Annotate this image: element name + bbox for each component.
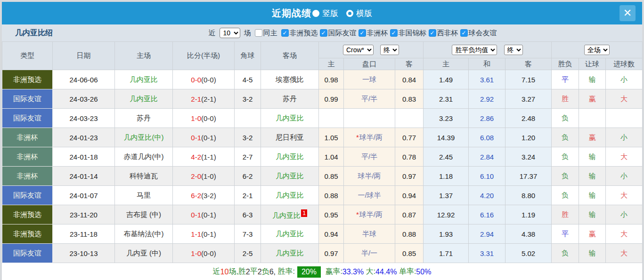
half-time-score: (0-1): [201, 230, 216, 238]
corner-score: 2-7: [235, 147, 261, 167]
goals-result-cell: 小: [606, 70, 643, 89]
horizontal-label: 横版: [356, 8, 372, 19]
half-time-score: (1-0): [201, 172, 216, 180]
result-cell: 胜: [552, 89, 579, 109]
half-time-score: (2-1): [201, 95, 216, 103]
odds-time-select[interactable]: 终: [380, 45, 399, 55]
avg-home-odds: 12.92: [424, 205, 469, 224]
corner-score: 3-2: [235, 89, 261, 109]
full-time-score: 2-1: [191, 95, 201, 103]
match-type-cell: 非洲杯: [2, 167, 53, 186]
away-team: 几内亚比: [261, 244, 319, 263]
goals-result-cell: 大: [606, 147, 643, 167]
match-type-cell: 非洲杯: [2, 128, 53, 147]
competition-filter[interactable]: ✓非国锦标: [390, 29, 427, 38]
match-date: 24-06-06: [53, 70, 115, 89]
half-time-score: (0-0): [201, 249, 216, 257]
handicap-line-text: 球半/两: [358, 172, 381, 180]
avg-draw-odds: 6.10: [469, 167, 505, 186]
away-team-name: 几内亚比: [276, 172, 304, 180]
handicap-home-odds: 0.95: [319, 205, 344, 224]
handicap-home-odds: 0.88: [319, 186, 344, 205]
filter-bar: 几内亚比绍 近 10 场 同主 ✓非洲预选✓国际友谊✓非洲杯✓非国锦标✓西非杯✓…: [2, 24, 642, 41]
avg-away-odds: 3.24: [505, 147, 552, 167]
competition-filter[interactable]: ✓西非杯: [429, 29, 458, 38]
handicap-home-odds: 0.99: [319, 89, 344, 109]
same-home-filter[interactable]: 同主: [255, 29, 277, 38]
handicap-home-odds: 0.85: [319, 167, 344, 186]
score-cell: 2-1(2-1): [173, 89, 235, 109]
layout-radio-vertical[interactable]: 竖版: [315, 8, 338, 19]
away-team-name: 几内亚比: [272, 211, 301, 219]
score-cell: 1-0(0-0): [173, 109, 235, 128]
result-cell: 负: [552, 128, 579, 147]
scope-select[interactable]: 全场: [584, 45, 610, 55]
matches-count-select[interactable]: 10: [220, 28, 240, 38]
match-date: 24-03-26: [53, 89, 115, 109]
result-cell: 平: [552, 70, 579, 89]
odds-company-select[interactable]: Crow*: [343, 45, 374, 55]
layout-radio-horizontal[interactable]: 横版: [342, 8, 372, 19]
handicap-result-cell: 输: [579, 186, 606, 205]
close-icon: ✕: [623, 8, 632, 18]
avg-type-select[interactable]: 胜平负均值: [452, 45, 497, 55]
away-team: 埃塞俄比: [261, 70, 319, 89]
corner-score: 4-5: [235, 70, 261, 89]
avg-draw-odds: 6.08: [469, 128, 505, 147]
sub-column-header: 主: [319, 58, 344, 70]
handicap-line-text: 一球: [362, 75, 376, 83]
checkbox-checked-icon: ✓: [320, 29, 327, 37]
match-type-cell: 非洲预选: [2, 70, 53, 89]
competition-label: 非国锦标: [399, 29, 427, 38]
close-button[interactable]: ✕: [620, 5, 636, 21]
handicap-home-odds: 0.98: [319, 70, 344, 89]
match-date: 24-01-07: [53, 186, 115, 205]
home-team: 几内亚比: [115, 89, 173, 109]
avg-time-select[interactable]: 终: [504, 45, 523, 55]
sub-column-header: 让球: [579, 58, 606, 70]
half-time-score: (0-0): [201, 76, 216, 84]
match-type-cell: 非洲预选: [2, 205, 53, 224]
score-cell: 0-0(0-0): [173, 70, 235, 89]
away-team-name: 几内亚比: [276, 230, 304, 238]
handicap-line-text: 一/球半: [358, 191, 381, 199]
handicap-away-odds: 0.88: [395, 224, 424, 244]
competition-filter[interactable]: ✓国际友谊: [320, 29, 357, 38]
goals-result-cell: 小: [606, 167, 643, 186]
near-label: 近: [209, 29, 216, 38]
sub-column-header: 主: [424, 58, 469, 70]
handicap-line-text: 平/半: [361, 95, 377, 103]
checkbox-checked-icon: ✓: [359, 29, 366, 37]
away-team: 尼日利亚: [261, 128, 319, 147]
matches-label: 场: [244, 29, 251, 38]
col-header-away: 客场: [261, 42, 319, 70]
footer-segment: 单率:: [397, 267, 416, 277]
corner-score: 3-2: [235, 128, 261, 147]
competition-filter[interactable]: ✓非洲杯: [359, 29, 388, 38]
away-team: 几内亚比: [261, 109, 319, 128]
competition-filter[interactable]: ✓非洲预选: [281, 29, 318, 38]
away-team-name: 尼日利亚: [276, 133, 304, 141]
competition-label: 非洲预选: [290, 29, 318, 38]
star-mark: *: [356, 210, 359, 218]
handicap-home-odds: 0.97: [319, 244, 344, 263]
competition-filter[interactable]: ✓球会友谊: [460, 29, 497, 38]
footer-segment: 大:: [364, 267, 375, 277]
title-group: 近期战绩 竖版 横版: [272, 7, 372, 20]
avg-away-odds: 3.27: [505, 89, 552, 109]
handicap-line: 球半/两: [344, 167, 395, 186]
result-cell: 负: [552, 186, 579, 205]
match-date: 24-01-23: [53, 128, 115, 147]
table-row: 国际友谊24-03-26几内亚比2-1(2-1)3-2苏丹0.99平/半0.83…: [2, 89, 643, 109]
away-team: 几内亚比: [261, 186, 319, 205]
avg-home-odds: 14.39: [424, 128, 469, 147]
sub-column-header: 盘口: [344, 58, 395, 70]
avg-home-odds: 2.45: [424, 147, 469, 167]
handicap-result-cell: 赢: [579, 224, 606, 244]
avg-draw-odds: 2.94: [469, 224, 505, 244]
half-time-score: (0-1): [201, 211, 216, 219]
avg-home-odds: 1.37: [424, 186, 469, 205]
away-team-name: 几内亚比: [276, 249, 304, 257]
home-team: 几内亚 (中): [115, 244, 173, 263]
avg-draw-odds: 6.16: [469, 205, 505, 224]
